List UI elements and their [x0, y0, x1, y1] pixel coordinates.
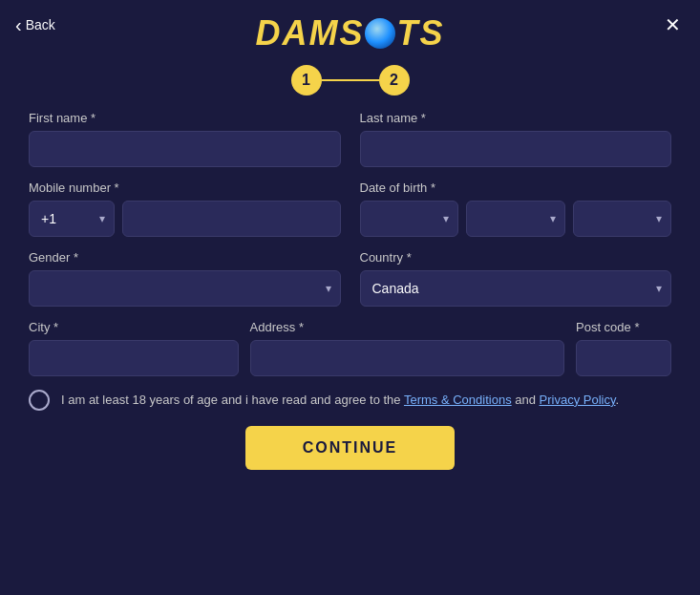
last-name-group: Last name *: [360, 111, 672, 167]
city-label: City *: [29, 320, 239, 334]
mobile-group: Mobile number * +1 +44 +61 +33: [29, 181, 341, 237]
phone-number-input[interactable]: [122, 201, 341, 237]
address-group: Address *: [250, 320, 564, 376]
step-line: [322, 79, 379, 81]
close-icon: ✕: [665, 14, 681, 35]
step-1-circle: 1: [291, 65, 322, 96]
back-label: Back: [26, 17, 55, 32]
back-button[interactable]: Back: [15, 15, 55, 34]
terms-checkbox-row: I am at least 18 years of age and i have…: [29, 390, 671, 411]
postcode-label: Post code *: [576, 320, 671, 334]
terms-link[interactable]: Terms & Conditions: [404, 393, 512, 407]
steps-indicator: 1 2: [0, 65, 700, 96]
country-select[interactable]: Canada United States United Kingdom Aust…: [360, 270, 672, 307]
dob-year-select[interactable]: 2000199919981997 19961995199019851980: [573, 201, 672, 237]
gender-select[interactable]: Male Female Other Prefer not to say: [29, 270, 341, 307]
name-row: First name * Last name *: [29, 111, 671, 167]
logo: DAMSTS: [0, 0, 700, 53]
phone-code-wrapper: +1 +44 +61 +33: [29, 201, 115, 237]
dob-month-wrapper: JanFebMarApr MayJunJulAug SepOctNovDec: [466, 201, 565, 237]
step-2-circle: 2: [379, 65, 410, 96]
dob-group: Date of birth * 0102030405 0607080910 11…: [360, 181, 672, 237]
terms-checkbox[interactable]: [29, 390, 50, 411]
gender-group: Gender * Male Female Other Prefer not to…: [29, 250, 341, 307]
dob-row: 0102030405 0607080910 1112131415 1617181…: [360, 201, 672, 237]
phone-row: +1 +44 +61 +33: [29, 201, 341, 237]
logo-text-after: TS: [396, 13, 444, 53]
last-name-input[interactable]: [360, 131, 672, 167]
mobile-dob-row: Mobile number * +1 +44 +61 +33 Date of b…: [29, 181, 671, 237]
postcode-input[interactable]: [576, 340, 671, 376]
dob-label: Date of birth *: [360, 181, 672, 195]
postcode-group: Post code *: [576, 320, 671, 376]
registration-form: First name * Last name * Mobile number *…: [0, 111, 700, 470]
country-label: Country *: [360, 250, 672, 265]
gender-label: Gender *: [29, 250, 341, 265]
country-group: Country * Canada United States United Ki…: [360, 250, 672, 307]
phone-number-wrapper: [122, 201, 341, 237]
logo-text-before: DAMS: [255, 13, 364, 53]
dob-day-wrapper: 0102030405 0607080910 1112131415 1617181…: [360, 201, 459, 237]
address-row: City * Address * Post code *: [29, 320, 671, 376]
city-group: City *: [29, 320, 239, 376]
address-label: Address *: [250, 320, 564, 334]
first-name-group: First name *: [29, 111, 341, 167]
last-name-label: Last name *: [360, 111, 672, 125]
address-input[interactable]: [250, 340, 564, 376]
country-select-wrapper: Canada United States United Kingdom Aust…: [360, 270, 672, 307]
logo-icon: [365, 18, 395, 49]
phone-code-select[interactable]: +1 +44 +61 +33: [29, 201, 115, 237]
continue-button[interactable]: CONTINUE: [245, 426, 456, 470]
mobile-label: Mobile number *: [29, 181, 341, 195]
dob-year-wrapper: 2000199919981997 19961995199019851980: [573, 201, 672, 237]
dob-month-select[interactable]: JanFebMarApr MayJunJulAug SepOctNovDec: [466, 201, 565, 237]
terms-text-after: .: [616, 393, 620, 407]
terms-text-before: I am at least 18 years of age and i have…: [61, 393, 404, 407]
close-button[interactable]: ✕: [665, 15, 681, 34]
first-name-label: First name *: [29, 111, 341, 125]
gender-select-wrapper: Male Female Other Prefer not to say: [29, 270, 341, 307]
gender-country-row: Gender * Male Female Other Prefer not to…: [29, 250, 671, 307]
terms-text: I am at least 18 years of age and i have…: [61, 392, 619, 409]
first-name-input[interactable]: [29, 131, 341, 167]
city-input[interactable]: [29, 340, 239, 376]
terms-text-middle: and: [512, 393, 540, 407]
dob-day-select[interactable]: 0102030405 0607080910 1112131415 1617181…: [360, 201, 459, 237]
privacy-link[interactable]: Privacy Policy: [540, 393, 616, 407]
